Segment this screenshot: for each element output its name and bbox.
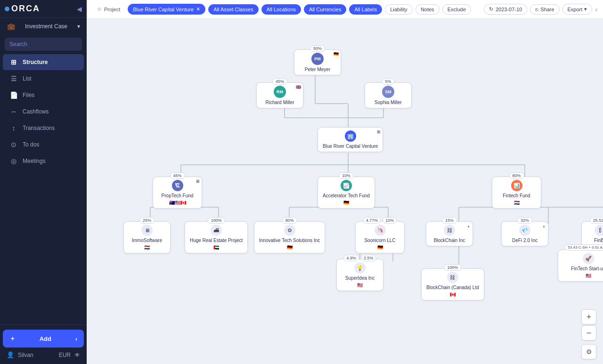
filter-labels[interactable]: All Labels [349,4,382,15]
collapse-right-button[interactable]: › [595,6,597,13]
add-button[interactable]: ＋ Add › [3,330,84,348]
label-fintech-startup: FinTech Start-up [571,266,603,271]
soonicorn-icon: 🦄 [375,225,386,236]
username: Silvan [18,352,33,358]
zoom-in-button[interactable]: + [581,309,596,324]
node-huge-real[interactable]: 100% 🏙 Huge Real Estate Project 🇦🇪 [185,221,248,253]
investment-case-dropdown[interactable]: 💼 Investment Case ▾ [0,18,87,35]
node-richard-miller[interactable]: 45% RM Richard Miller 🇬🇧 [256,82,303,108]
files-icon: 📄 [9,91,18,99]
filter-notes[interactable]: Notes [416,4,440,15]
sidebar-item-label: Transactions [23,125,55,131]
node-fintech-fund[interactable]: 80% 📊 Fintech Fund 🇳🇱 [492,177,541,209]
investment-case-label: Investment Case [25,23,67,30]
percent-finbit: 25.52% [590,217,603,224]
finbit-icon: ₿ [595,225,603,236]
expand-icon[interactable]: ⊞ [377,129,381,134]
sidebar-item-transactions[interactable]: ↕ Transactions [3,120,84,136]
filter-asset-classes[interactable]: All Asset Classes [208,4,258,15]
refresh-icon: ↻ [489,6,493,12]
avatar-richard: RM [274,86,286,98]
sidebar-item-label: Cashflows [23,108,49,115]
eye-icon[interactable]: 👁 [74,352,80,358]
add-arrow-icon: › [75,335,77,342]
node-blockchain-inc[interactable]: 15% ⛓ BlockChain Inc ＋ [426,221,473,246]
cashflows-icon: ↔ [9,108,18,115]
sidebar-item-meetings[interactable]: ◎ Meetings [3,153,84,169]
label-sophia: Sophia Miller [375,100,402,105]
label-accelerator: Accelerator Tech Fund [323,193,370,198]
percent-defi: 32% [517,217,532,224]
sidebar-bottom: ＋ Add › 👤 Silvan EUR 👁 [0,324,87,364]
sidebar-item-list[interactable]: ☰ List [3,71,84,87]
topbar-right: ↻ 2023-07-10 ⎋ Share Export ▾ › [484,4,597,15]
list-icon: ☰ [9,75,18,82]
node-fintech-startup[interactable]: 53.43 C-SH + 0.01 A-SH 🚀 FinTech Start-u… [558,250,603,282]
zoom-controls: + − [581,309,596,340]
node-soonicorn[interactable]: 4.77% 10% 🦄 Soonicorn LLC 🇩🇪 [355,221,405,253]
plus-blockchain-icon[interactable]: ＋ [466,224,471,230]
blockchain-inc-icon: ⛓ [444,225,455,236]
sidebar-item-structure[interactable]: ⊞ Structure [3,54,84,70]
node-superidea[interactable]: 4.9% 2.5% 💡 SuperIdea Inc 🇺🇸 [336,259,383,291]
node-immo[interactable]: 25% 🖥 ImmoSoftware 🇳🇱 [123,221,171,253]
date-filter[interactable]: ↻ 2023-07-10 [484,4,527,15]
sidebar-collapse-button[interactable]: ◀ [77,5,82,13]
sidebar-item-files[interactable]: 📄 Files [3,87,84,103]
percent-immo: 25% [139,217,155,224]
node-defi[interactable]: 32% 💎 DeFi 2.0 Inc ＋ [501,221,548,246]
node-accelerator[interactable]: 10% 📈 Accelerator Tech Fund 🇩🇪 [318,177,375,209]
percent-accelerator: 10% [339,172,354,179]
immo-icon: 🖥 [141,225,153,236]
percent-superidea: 4.9% 2.5% [343,255,376,261]
sidebar-item-label: Structure [23,59,48,65]
expand-proptech-icon[interactable]: ⊞ [196,179,200,184]
investment-case-icon: 💼 [7,23,15,30]
label-immo: ImmoSoftware [132,238,162,243]
sidebar-item-cashflows[interactable]: ↔ Cashflows [3,104,84,120]
share-button[interactable]: ⎋ Share [530,4,559,15]
fintech-flags: 🇳🇱 [514,200,520,205]
percent-innovative: 80% [282,217,297,224]
filter-exclude[interactable]: Exclude [442,4,471,15]
search-input[interactable] [5,38,82,51]
topbar: ☆ Project Blue River Capital Venture ✕ A… [87,0,603,19]
sidebar-item-label: Meetings [23,158,46,164]
project-filter[interactable]: ☆ Project [92,4,125,14]
accelerator-flags: 🇩🇪 [343,200,349,205]
meetings-icon: ◎ [9,157,18,165]
star-icon: ☆ [97,6,102,12]
node-finbit[interactable]: 25.52% ₿ FinBit [581,221,603,246]
filter-blue-river[interactable]: Blue River Capital Venture ✕ [128,4,205,15]
innovative-icon: ⚙ [284,225,295,236]
node-blue-river[interactable]: 🏢 Blue River Capital Venture ⊞ [318,127,383,152]
label-soonicorn: Soonicorn LLC [364,238,395,243]
node-proptech[interactable]: 45% 🏗 PropTech Fund 🇦🇺🇺🇸🇨🇦 ⊞ [153,177,202,209]
close-icon: ✕ [196,6,200,12]
zoom-out-button[interactable]: − [581,325,596,340]
filter-currencies[interactable]: All Currencies [304,4,346,15]
node-sophia-miller[interactable]: 5% SM Sophia Miller [365,82,412,108]
node-peter-meyer[interactable]: PM Peter Meyer 🇩🇪 50% [294,49,341,75]
user-row: 👤 Silvan EUR 👁 [3,348,84,359]
percent-blockchain-canada: 100% [444,264,461,271]
export-button[interactable]: Export ▾ [562,4,593,15]
huge-real-icon: 🏙 [211,225,222,236]
add-label: Add [40,335,51,342]
percent-richard: 45% [272,78,287,85]
chevron-down-icon: ▾ [584,6,587,12]
fintech-startup-flags: 🇺🇸 [586,273,591,278]
node-blockchain-canada[interactable]: 100% ⛓ BlockChain (Canada) Ltd 🇨🇦 [421,268,484,300]
sidebar-item-label: Files [23,92,34,98]
add-icon: ＋ [9,334,16,343]
avatar-sophia: SM [382,86,394,98]
filter-locations[interactable]: All Locations [261,4,301,15]
node-innovative[interactable]: 80% ⚙ Innovative Tech Solutions Inc 🇩🇪 [254,221,325,253]
filter-liability[interactable]: Liability [385,4,413,15]
canvas-filter-button[interactable]: ⚙ [581,344,596,359]
innovative-flags: 🇩🇪 [287,245,293,250]
plus-defi-icon[interactable]: ＋ [542,224,546,230]
label-fintech: Fintech Fund [503,193,530,198]
sidebar-item-todos[interactable]: ⊙ To dos [3,137,84,153]
percent-sophia: 5% [382,78,394,85]
